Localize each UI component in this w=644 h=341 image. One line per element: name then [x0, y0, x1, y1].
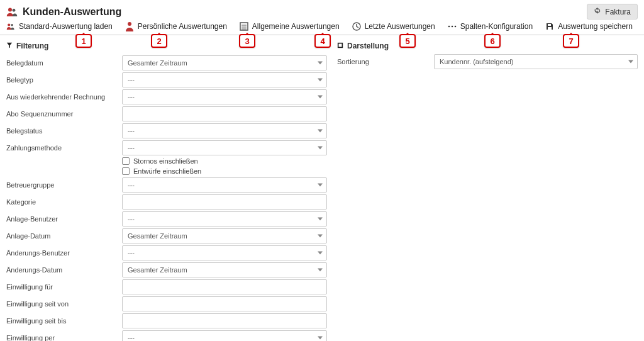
save-icon: [545, 22, 554, 31]
toolbar-general[interactable]: Allgemeine Auswertungen: [240, 22, 340, 31]
svg-point-3: [11, 25, 13, 26]
label-zahlungsmethode: Zahlungsmethode: [6, 140, 117, 155]
display-column: Darstellung Sortierung Kundennr. (aufste…: [337, 39, 638, 341]
annotation-badge: 3: [239, 34, 255, 48]
checkbox-stornos[interactable]: Stornos einschließen: [122, 156, 327, 166]
annotation-badge: 6: [484, 34, 501, 48]
people-icon: [6, 7, 18, 17]
page-header: Kunden-Auswertung Faktura: [0, 0, 644, 22]
select-zahlungsmethode[interactable]: ---: [122, 140, 327, 155]
chevron-down-icon: [318, 234, 323, 237]
toolbar-columns[interactable]: Spalten-Konfiguration: [448, 22, 533, 31]
label-kategorie: Kategorie: [6, 194, 117, 210]
chevron-down-icon: [318, 336, 323, 339]
toolbar-personal[interactable]: Persönliche Auswertungen: [125, 22, 227, 31]
chevron-down-icon: [318, 183, 323, 186]
annotation-badge: 1: [75, 34, 92, 48]
dots-icon: [448, 22, 457, 31]
checkbox-entwuerfe[interactable]: Entwürfe einschließen: [122, 166, 327, 176]
svg-rect-13: [548, 24, 551, 26]
svg-point-2: [8, 24, 10, 26]
svg-point-10: [448, 26, 450, 28]
chevron-down-icon: [318, 146, 323, 149]
toolbar-save[interactable]: Auswertung speichern: [545, 22, 633, 31]
select-betreuergruppe[interactable]: ---: [122, 177, 327, 193]
checkbox-icon: [122, 157, 130, 165]
svg-point-4: [128, 22, 131, 26]
checkbox-icon: [122, 167, 130, 175]
select-sortierung[interactable]: Kundennr. (aufsteigend): [434, 54, 638, 69]
input-einw-bis[interactable]: [122, 313, 327, 328]
list-icon: [240, 22, 248, 31]
select-aenderungs-benutzer[interactable]: ---: [122, 245, 327, 260]
toolbar-label: Spalten-Konfiguration: [460, 22, 533, 31]
annotation-badge: 2: [151, 34, 167, 48]
toolbar-label: Persönliche Auswertungen: [138, 22, 227, 31]
label-aus-wrr: Aus wiederkehrender Rechnung: [6, 89, 117, 104]
select-belegdatum[interactable]: Gesamter Zeitraum: [122, 55, 327, 70]
faktura-button[interactable]: Faktura: [587, 4, 638, 20]
label-belegdatum: Belegdatum: [6, 55, 117, 70]
label-aenderungs-benutzer: Änderungs-Benutzer: [6, 245, 117, 260]
label-betreuergruppe: Betreuergruppe: [6, 177, 117, 193]
toolbar-standard-load[interactable]: Standard-Auswertung laden: [6, 22, 113, 31]
svg-point-0: [8, 8, 12, 11]
chevron-down-icon: [318, 251, 323, 254]
label-sort: Sortierung: [337, 54, 425, 65]
toolbar-label: Allgemeine Auswertungen: [252, 22, 340, 31]
annotation-row: 1 2 3 4 5 6 7: [0, 35, 644, 50]
select-belegtyp[interactable]: ---: [122, 72, 327, 87]
label-einw-per: Einwilligung per: [6, 330, 117, 342]
label-aenderungs-datum: Änderungs-Datum: [6, 262, 117, 277]
filter-column: Filterung Belegdatum Gesamter Zeitraum B…: [6, 39, 327, 341]
select-anlage-datum[interactable]: Gesamter Zeitraum: [122, 228, 327, 243]
page-title: Kunden-Auswertung: [23, 6, 121, 18]
chevron-down-icon: [318, 78, 323, 81]
chevron-down-icon: [318, 268, 323, 271]
label-einw-fuer: Einwilligung für: [6, 279, 117, 294]
main-columns: Filterung Belegdatum Gesamter Zeitraum B…: [0, 39, 644, 341]
select-anlage-benutzer[interactable]: ---: [122, 211, 327, 226]
chevron-down-icon: [318, 61, 323, 64]
label-belegtyp: Belegtyp: [6, 72, 117, 87]
clock-icon: [352, 22, 361, 31]
svg-point-12: [454, 26, 456, 28]
input-kategorie[interactable]: [122, 194, 327, 210]
select-aus-wrr[interactable]: ---: [122, 89, 327, 104]
toolbar-label: Standard-Auswertung laden: [19, 22, 113, 31]
input-einw-fuer[interactable]: [122, 279, 327, 294]
chevron-down-icon: [318, 129, 323, 132]
input-einw-von[interactable]: [122, 296, 327, 311]
chevron-down-icon: [628, 60, 633, 64]
group-icon: [6, 22, 15, 31]
chevron-down-icon: [318, 95, 323, 98]
label-anlage-datum: Anlage-Datum: [6, 228, 117, 243]
toolbar-label: Auswertung speichern: [558, 22, 633, 31]
annotation-badge: 7: [563, 34, 579, 48]
svg-point-11: [451, 26, 453, 28]
select-einw-per[interactable]: ---: [122, 330, 327, 342]
label-einw-bis: Einwilligung seit bis: [6, 313, 117, 328]
annotation-badge: 5: [399, 34, 416, 48]
person-icon: [125, 22, 134, 31]
faktura-label: Faktura: [605, 8, 631, 16]
toolbar-label: Letzte Auswertungen: [365, 22, 435, 31]
select-belegstatus[interactable]: ---: [122, 123, 327, 138]
refresh-icon: [594, 7, 601, 16]
annotation-badge: 4: [314, 34, 331, 48]
header-left: Kunden-Auswertung: [6, 6, 121, 18]
input-abo-seq[interactable]: [122, 106, 327, 121]
label-belegstatus: Belegstatus: [6, 123, 117, 138]
svg-point-1: [13, 8, 16, 11]
svg-rect-14: [548, 27, 552, 30]
toolbar-recent[interactable]: Letzte Auswertungen: [352, 22, 435, 31]
label-anlage-benutzer: Anlage-Benutzer: [6, 211, 117, 226]
label-abo-seq: Abo Sequenznummer: [6, 106, 117, 121]
select-aenderungs-datum[interactable]: Gesamter Zeitraum: [122, 262, 327, 277]
chevron-down-icon: [318, 217, 323, 220]
label-einw-von: Einwilligung seit von: [6, 296, 117, 311]
